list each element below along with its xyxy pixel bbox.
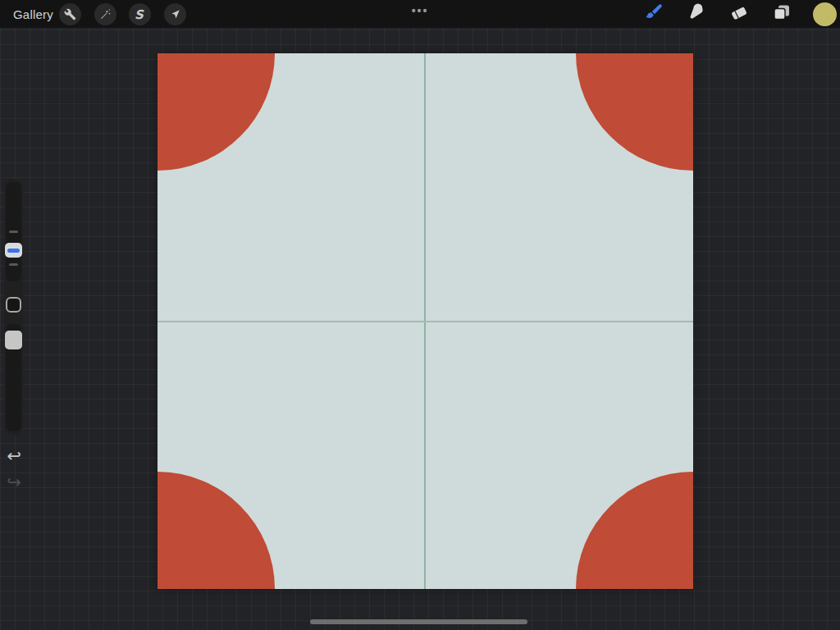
corner-circle-bottom-right: [576, 472, 693, 589]
color-swatch[interactable]: [813, 2, 837, 26]
slider-tick-upper: [9, 231, 18, 233]
undo-arrow-icon: ↩: [7, 448, 21, 465]
paint-tool-button[interactable]: [643, 3, 664, 25]
drawing-guide-horizontal-line: [158, 321, 693, 322]
slider-tick-lower: [9, 263, 18, 266]
eraser-icon: [729, 2, 749, 25]
brush-opacity-slider-handle[interactable]: [5, 331, 22, 349]
smudge-finger-icon: [687, 2, 706, 25]
paintbrush-icon: [644, 2, 664, 25]
layers-icon: [772, 2, 792, 25]
undo-button[interactable]: ↩: [3, 445, 25, 467]
sidebar: [4, 179, 23, 435]
drawing-canvas[interactable]: [158, 53, 693, 589]
top-toolbar: Gallery S: [0, 0, 840, 28]
modify-button[interactable]: [6, 297, 21, 313]
redo-button[interactable]: ↪: [3, 472, 25, 493]
layers-button[interactable]: [771, 3, 792, 25]
redo-arrow-icon: ↪: [7, 474, 21, 491]
erase-tool-button[interactable]: [728, 3, 750, 25]
corner-circle-top-left: [158, 53, 275, 171]
corner-circle-bottom-left: [158, 472, 275, 589]
brush-size-accent-bar: [7, 249, 20, 253]
app-background: Gallery S: [0, 0, 840, 630]
corner-circle-top-right: [576, 53, 693, 171]
home-indicator[interactable]: [310, 619, 527, 624]
brush-size-slider-handle[interactable]: [5, 243, 22, 258]
hide-interface-button[interactable]: •••: [0, 0, 840, 21]
smudge-tool-button[interactable]: [686, 3, 707, 25]
